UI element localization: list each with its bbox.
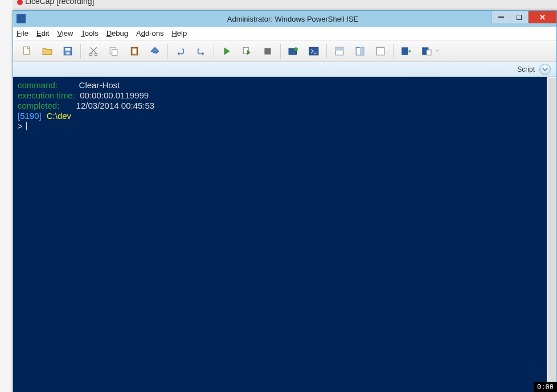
desktop-left-strip xyxy=(0,0,13,392)
show-script-right-button[interactable] xyxy=(350,43,370,60)
paste-button[interactable] xyxy=(124,43,145,60)
svg-rect-9 xyxy=(133,48,137,53)
app-icon xyxy=(17,14,26,23)
menu-addons[interactable]: Add-ons xyxy=(136,29,163,38)
menu-edit[interactable]: Edit xyxy=(36,29,49,38)
cursor-icon xyxy=(26,122,27,130)
svg-rect-20 xyxy=(402,47,408,55)
menubar: File Edit View Tools Debug Add-ons Help xyxy=(13,27,556,40)
svg-rect-11 xyxy=(264,48,271,54)
titlebar[interactable]: Administrator: Windows PowerShell ISE ✕ xyxy=(13,11,556,27)
svg-rect-14 xyxy=(309,47,318,55)
menu-help[interactable]: Help xyxy=(171,29,187,38)
menu-file[interactable]: File xyxy=(17,29,28,38)
run-selection-button[interactable] xyxy=(237,43,257,60)
scroll-thumb[interactable] xyxy=(548,78,556,392)
svg-point-13 xyxy=(294,47,298,51)
show-script-top-button[interactable] xyxy=(329,43,350,60)
svg-rect-18 xyxy=(360,47,364,55)
svg-rect-0 xyxy=(23,47,29,55)
toolbar xyxy=(13,40,556,62)
show-command-window-button[interactable] xyxy=(416,43,437,60)
undo-button[interactable] xyxy=(170,43,191,60)
clear-console-button[interactable] xyxy=(145,43,165,60)
save-button[interactable] xyxy=(58,43,78,60)
script-pane-label: Script xyxy=(517,65,535,73)
stop-button[interactable] xyxy=(257,43,278,60)
redo-button[interactable] xyxy=(191,43,211,60)
svg-rect-19 xyxy=(376,47,384,55)
script-pane-toggle-button[interactable] xyxy=(539,64,551,75)
show-command-addon-button[interactable] xyxy=(396,43,416,60)
svg-rect-3 xyxy=(66,52,70,55)
run-script-button[interactable] xyxy=(216,43,237,60)
start-powershell-button[interactable] xyxy=(304,43,324,60)
new-remote-tab-button[interactable] xyxy=(283,43,304,60)
new-file-button[interactable] xyxy=(17,43,37,60)
vertical-scrollbar[interactable] xyxy=(547,77,556,392)
script-pane-header: Script xyxy=(13,62,556,77)
show-script-max-button[interactable] xyxy=(370,43,391,60)
svg-rect-22 xyxy=(427,49,431,55)
menu-tools[interactable]: Tools xyxy=(81,29,98,38)
record-indicator-icon xyxy=(17,1,24,6)
menu-view[interactable]: View xyxy=(57,29,73,38)
background-taskbar-text: LiceCap [recording] xyxy=(25,0,94,6)
close-button[interactable]: ✕ xyxy=(528,11,556,23)
recording-timer: 0:00 xyxy=(534,382,557,392)
svg-rect-16 xyxy=(335,47,343,51)
minimize-button[interactable] xyxy=(492,11,510,23)
open-file-button[interactable] xyxy=(37,43,58,60)
maximize-button[interactable] xyxy=(510,11,528,23)
window-title: Administrator: Windows PowerShell ISE xyxy=(29,15,556,23)
toolbar-overflow-arrow[interactable] xyxy=(435,49,439,53)
menu-debug[interactable]: Debug xyxy=(107,29,128,38)
cut-button[interactable] xyxy=(83,43,104,60)
powershell-ise-window: Administrator: Windows PowerShell ISE ✕ … xyxy=(13,10,557,392)
svg-rect-2 xyxy=(65,48,71,51)
svg-rect-7 xyxy=(112,49,117,55)
console-pane[interactable]: command: Clear-Host execution time: 00:0… xyxy=(13,77,547,392)
copy-button[interactable] xyxy=(104,43,124,60)
